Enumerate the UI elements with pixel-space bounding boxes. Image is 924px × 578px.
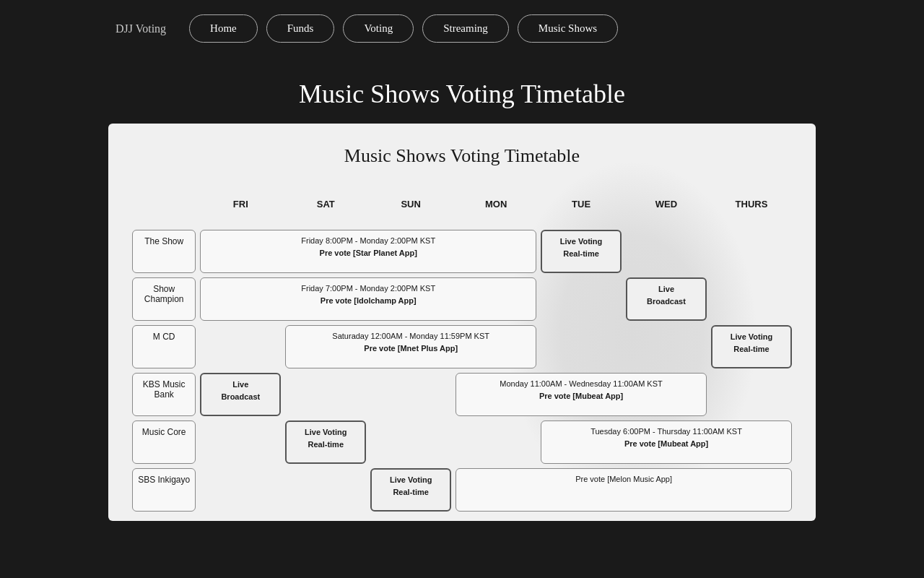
show-name-cell: The Show bbox=[130, 228, 198, 275]
nav-brand: DJJ Voting bbox=[116, 22, 166, 35]
show-name-cell: Music Core bbox=[130, 418, 198, 466]
header-fri: FRI bbox=[198, 180, 283, 228]
empty2 bbox=[709, 228, 794, 275]
empty13 bbox=[453, 418, 539, 466]
empty7 bbox=[624, 323, 709, 371]
timetable-card: Music Shows Voting Timetable FRI SAT SUN… bbox=[108, 124, 816, 521]
empty15 bbox=[283, 466, 368, 514]
nav-home[interactable]: Home bbox=[189, 14, 258, 43]
table-row: ShowChampion Friday 7:00PM - Monday 2:00… bbox=[130, 275, 794, 323]
nav-streaming[interactable]: Streaming bbox=[422, 14, 509, 43]
musiccore-live: Live VotingReal-time bbox=[283, 418, 368, 466]
inkigayo-prevote: Pre vote [Melon Music App] bbox=[453, 466, 794, 514]
empty6 bbox=[539, 323, 624, 371]
timetable: FRI SAT SUN MON TUE WED THURS The Show F… bbox=[130, 180, 794, 514]
kbs-prevote: Monday 11:00AM - Wednesday 11:00AM KST P… bbox=[453, 371, 709, 418]
table-row: SBS Inkigayo Live VotingReal-time Pre vo… bbox=[130, 466, 794, 514]
empty9 bbox=[368, 371, 453, 418]
empty3 bbox=[539, 275, 624, 323]
header-mon: MON bbox=[453, 180, 539, 228]
inkigayo-live: Live VotingReal-time bbox=[368, 466, 453, 514]
empty4 bbox=[709, 275, 794, 323]
show-name-cell: ShowChampion bbox=[130, 275, 198, 323]
empty10 bbox=[709, 371, 794, 418]
the-show-live: Live VotingReal-time bbox=[539, 228, 624, 275]
table-row: KBS MusicBank LiveBroadcast Monday 11:00… bbox=[130, 371, 794, 418]
showchamp-prevote: Friday 7:00PM - Monday 2:00PM KST Pre vo… bbox=[198, 275, 539, 323]
header-wed: WED bbox=[624, 180, 709, 228]
header-sun: SUN bbox=[368, 180, 453, 228]
nav-voting[interactable]: Voting bbox=[343, 14, 414, 43]
empty11 bbox=[198, 418, 283, 466]
empty12 bbox=[368, 418, 453, 466]
table-row: The Show Friday 8:00PM - Monday 2:00PM K… bbox=[130, 228, 794, 275]
timetable-inner-title: Music Shows Voting Timetable bbox=[130, 145, 794, 167]
musiccore-prevote: Tuesday 6:00PM - Thursday 11:00AM KST Pr… bbox=[539, 418, 794, 466]
mcd-prevote: Saturaday 12:00AM - Monday 11:59PM KST P… bbox=[283, 323, 539, 371]
header-thurs: THURS bbox=[709, 180, 794, 228]
empty5 bbox=[198, 323, 283, 371]
table-row: M CD Saturaday 12:00AM - Monday 11:59PM … bbox=[130, 323, 794, 371]
kbs-live: LiveBroadcast bbox=[198, 371, 283, 418]
header-show bbox=[130, 180, 198, 228]
nav-music-shows[interactable]: Music Shows bbox=[518, 14, 618, 43]
header-sat: SAT bbox=[283, 180, 368, 228]
mcd-live: Live VotingReal-time bbox=[709, 323, 794, 371]
show-name-cell: KBS MusicBank bbox=[130, 371, 198, 418]
show-name-cell: M CD bbox=[130, 323, 198, 371]
empty14 bbox=[198, 466, 283, 514]
the-show-prevote: Friday 8:00PM - Monday 2:00PM KST Pre vo… bbox=[198, 228, 539, 275]
nav-funds[interactable]: Funds bbox=[266, 14, 335, 43]
show-name-cell: SBS Inkigayo bbox=[130, 466, 198, 514]
table-header-row: FRI SAT SUN MON TUE WED THURS bbox=[130, 180, 794, 228]
empty8 bbox=[283, 371, 368, 418]
navbar: DJJ Voting Home Funds Voting Streaming M… bbox=[0, 0, 924, 57]
showchamp-live: LiveBroadcast bbox=[624, 275, 709, 323]
header-tue: TUE bbox=[539, 180, 624, 228]
page-title: Music Shows Voting Timetable bbox=[0, 57, 924, 124]
table-row: Music Core Live VotingReal-time Tuesday … bbox=[130, 418, 794, 466]
empty1 bbox=[624, 228, 709, 275]
